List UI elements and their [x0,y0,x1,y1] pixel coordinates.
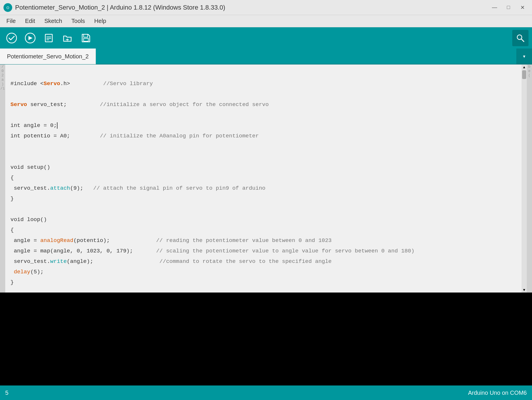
menu-help[interactable]: Help [90,16,111,26]
save-button[interactable] [78,30,94,46]
arduino-icon: ⊙ [3,3,12,12]
code-line-18: delay(5); [10,269,44,275]
code-line-3: Servo servo_test; //initialize a servo o… [10,101,269,108]
svg-line-11 [521,39,524,42]
tab-bar: Potentiometer_Servo_Motion_2 ▼ [0,49,532,64]
active-tab[interactable]: Potentiometer_Servo_Motion_2 [0,49,96,64]
new-button[interactable] [41,30,57,46]
vertical-scrollbar[interactable]: ▲ ▼ [522,64,527,293]
menu-edit[interactable]: Edit [20,16,39,26]
menu-tools[interactable]: Tools [67,16,90,26]
line-number: 5 [5,390,8,396]
serial-monitor [0,293,532,385]
title-bar-controls: — □ ✕ [488,3,529,12]
svg-rect-9 [84,38,88,41]
scroll-down-arrow[interactable]: ▼ [522,287,527,293]
code-line-13: void loop() [10,216,47,223]
code-line-5: int angle = 0; [10,122,57,129]
upload-button[interactable] [22,30,38,46]
title-bar: ⊙ Potentiometer_Servo_Motion_2 | Arduino… [0,0,532,15]
search-button[interactable] [512,30,529,46]
code-line-16: angle = map(angle, 0, 1023, 0, 179); // … [10,248,414,254]
open-button[interactable] [59,30,76,46]
menu-file[interactable]: File [2,16,20,26]
title-bar-left: ⊙ Potentiometer_Servo_Motion_2 | Arduino… [3,3,225,12]
code-line-14: { [10,227,14,233]
board-port: Arduino Uno on COM6 [468,390,527,396]
menu-bar: File Edit Sketch Tools Help [0,15,532,27]
code-line-19: } [10,279,14,286]
status-bar: 5 Arduino Uno on COM6 [0,385,532,400]
code-line-8: void setup() [10,164,50,171]
svg-point-0 [7,33,17,43]
editor-body: / 0 2 a ) /i #include <Servo.h> //Servo … [0,64,532,293]
left-side-bar: / 0 2 a ) /i [0,64,5,293]
maximize-button[interactable]: □ [502,3,515,12]
window-title: Potentiometer_Servo_Motion_2 | Arduino 1… [15,4,225,11]
right-side-bar: b e ( [527,64,532,293]
code-editor[interactable]: #include <Servo.h> //Servo library Servo… [5,64,522,293]
tab-dropdown-button[interactable]: ▼ [516,49,532,64]
code-line-9: { [10,175,14,181]
minimize-button[interactable]: — [488,3,501,12]
tab-label: Potentiometer_Servo_Motion_2 [7,53,89,60]
scroll-up-arrow[interactable]: ▲ [522,64,527,70]
code-line-11: } [10,195,14,202]
editor-section: / 0 2 a ) /i #include <Servo.h> //Servo … [0,64,532,385]
code-line-15: angle = analogRead(potentio); // reading… [10,237,332,244]
scroll-thumb[interactable] [522,70,526,79]
code-line-10: servo_test.attach(9); // attach the sign… [10,185,265,191]
code-line-6: int potentio = A0; // initialize the A0a… [10,133,259,139]
close-button[interactable]: ✕ [516,3,529,12]
code-line-17: servo_test.write(angle); //command to ro… [10,258,332,265]
main-layout: ⊙ Potentiometer_Servo_Motion_2 | Arduino… [0,0,532,400]
verify-button[interactable] [3,30,20,46]
svg-rect-8 [84,34,88,37]
toolbar-left [3,30,94,46]
toolbar [0,27,532,49]
menu-sketch[interactable]: Sketch [40,16,67,26]
code-line-1: #include <Servo.h> //Servo library [10,80,153,87]
svg-marker-2 [28,36,33,40]
